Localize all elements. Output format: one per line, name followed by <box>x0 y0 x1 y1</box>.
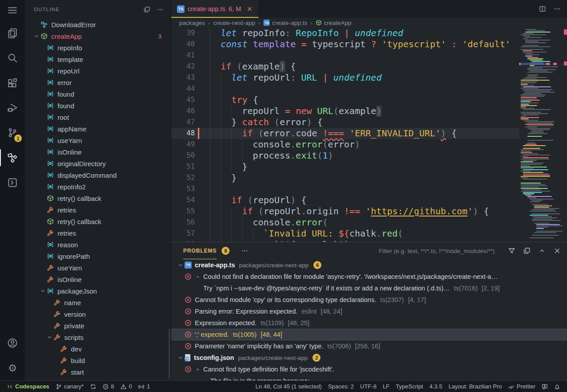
outline-item-isOnline[interactable]: isOnline <box>25 146 171 158</box>
outline-item-isOnline[interactable]: isOnline <box>25 274 171 285</box>
outline-item-ignorePath[interactable]: ignorePath <box>25 250 171 262</box>
problems-file-group-tsconfig.json[interactable]: TStsconfig.jsonpackages/create-next-app2 <box>171 352 567 363</box>
outline-item-template[interactable]: template <box>25 53 171 65</box>
status-notifications[interactable] <box>551 381 563 392</box>
code-line-43[interactable]: 43let repoUrl: URL | undefined <box>171 72 519 83</box>
code-line-50[interactable]: 50process.exit(1) <box>171 150 519 161</box>
problems-file-group-create-app.ts[interactable]: TScreate-app.tspackages/create-next-app6 <box>171 259 567 271</box>
code-line-48[interactable]: 48if (error.code !=== 'ERR_INVALID_URL')… <box>171 128 519 139</box>
outline-item-build[interactable]: build <box>25 355 171 366</box>
close-icon[interactable] <box>247 6 253 12</box>
code-line-55[interactable]: 55if (repoUrl.origin !== 'https://github… <box>171 206 519 217</box>
outline-item-createApp[interactable]: createApp3 <box>25 30 171 42</box>
code-line-41[interactable]: 41 <box>171 50 519 61</box>
status-errors[interactable]: 8 <box>99 381 117 392</box>
outline-item-scripts[interactable]: scripts <box>25 331 171 343</box>
outline-item-found[interactable]: found <box>25 100 171 111</box>
status-layout[interactable]: Layout: Brazilian Pro <box>445 381 505 392</box>
outline-item-originalDirectory[interactable]: originalDirectory <box>25 158 171 169</box>
status-prettier[interactable]: Prettier <box>505 381 538 392</box>
code-line-52[interactable]: 52} <box>171 172 519 184</box>
code-line-46[interactable]: 46repoUrl = new URL(example) <box>171 106 519 117</box>
copy-icon[interactable] <box>523 247 530 254</box>
problem-row[interactable]: Cannot find module 'cpy' or its correspo… <box>171 294 567 306</box>
status-indentation[interactable]: Spaces: 2 <box>325 381 357 392</box>
problem-row[interactable]: Cannot find type definition file for 'js… <box>171 363 567 375</box>
status-cursor-position[interactable]: Ln 48, Col 45 (1 selected) <box>252 381 325 392</box>
outline-item-private[interactable]: private <box>25 320 171 331</box>
more-actions-icon[interactable] <box>157 6 164 13</box>
code-line-57[interactable]: 57`Invalid URL: ${chalk.red( <box>171 228 519 239</box>
activity-extensions[interactable] <box>0 70 25 95</box>
problem-row[interactable]: Could not find a declaration file for mo… <box>171 271 567 282</box>
code-line-42[interactable]: 42if (example) { <box>171 61 519 72</box>
minimap[interactable] <box>519 28 564 242</box>
outline-item-repoInfo[interactable]: repoInfo <box>25 42 171 53</box>
outline-item-found[interactable]: found <box>25 88 171 100</box>
more-actions-icon[interactable] <box>241 247 248 254</box>
activity-outline-symbols[interactable] <box>0 145 25 170</box>
code-line-40[interactable]: 40const template = typescript ? 'typescr… <box>171 39 519 50</box>
tab-create-app-ts[interactable]: TS create-app.ts 6, M <box>171 0 259 18</box>
outline-item-name[interactable]: name <box>25 297 171 308</box>
code-line-39[interactable]: 39let repoInfo: RepoInfo | undefined <box>171 28 519 39</box>
outline-item-retries[interactable]: retries <box>25 204 171 216</box>
status-eol[interactable]: LF <box>380 381 393 392</box>
code-line-47[interactable]: 47} catch (error) { <box>171 117 519 128</box>
status-remote[interactable]: Codespaces <box>4 381 53 392</box>
status-sync[interactable] <box>87 381 99 392</box>
activity-settings[interactable]: ⚙ <box>0 355 25 380</box>
problem-detail-row[interactable]: The file is in the program because: <box>171 375 567 380</box>
problem-row[interactable]: ';' expected.ts(1005)[48, 44] <box>171 329 567 340</box>
activity-menu[interactable] <box>0 0 25 20</box>
code-line-56[interactable]: 56console.error( <box>171 217 519 228</box>
outline-item-retry() callback[interactable]: retry() callback <box>25 216 171 227</box>
overview-ruler[interactable] <box>564 18 567 242</box>
split-editor-icon[interactable] <box>539 5 546 12</box>
outline-item-error[interactable]: error <box>25 77 171 88</box>
outline-item-version[interactable]: version <box>25 308 171 320</box>
breadcrumb-createApp[interactable]: createApp <box>316 20 352 26</box>
outline-item-dev[interactable]: dev <box>25 343 171 355</box>
outline-item-reason[interactable]: reason <box>25 239 171 250</box>
sidebar-scrollbar[interactable] <box>168 329 170 380</box>
outline-item-root[interactable]: root <box>25 111 171 123</box>
outline-item-useYarn[interactable]: useYarn <box>25 262 171 274</box>
status-feedback[interactable] <box>538 381 551 392</box>
outline-item-useYarn[interactable]: useYarn <box>25 135 171 146</box>
code-line-51[interactable]: 51} <box>171 161 519 172</box>
outline-item-appName[interactable]: appName <box>25 123 171 135</box>
chevron-up-icon[interactable] <box>538 247 546 254</box>
status-language[interactable]: TypeScript <box>393 381 426 392</box>
outline-item-DownloadError[interactable]: DownloadError <box>25 19 171 30</box>
code-line-45[interactable]: 45try { <box>171 94 519 106</box>
status-warnings[interactable]: 0 <box>117 381 135 392</box>
problem-row[interactable]: Parameter 'name' implicitly has an 'any'… <box>171 340 567 352</box>
activity-account[interactable] <box>0 331 25 355</box>
code-line-49[interactable]: 49console.error(error) <box>171 139 519 150</box>
activity-search[interactable] <box>0 45 25 70</box>
breadcrumb-create-next-app[interactable]: create-next-app <box>213 20 255 26</box>
outline-item-retry() callback[interactable]: retry() callback <box>25 192 171 204</box>
tab-problems[interactable]: PROBLEMS <box>183 242 217 259</box>
outline-item-displayedCommand[interactable]: displayedCommand <box>25 169 171 181</box>
problem-row[interactable]: Expression expected.ts(1109)[48, 25] <box>171 317 567 329</box>
filter-icon[interactable] <box>508 247 515 254</box>
status-branch[interactable]: canary* <box>53 381 87 392</box>
activity-source-control[interactable]: 1 <box>0 120 25 145</box>
outline-item-partial[interactable] <box>25 378 171 380</box>
outline-item-packageJson[interactable]: packageJson <box>25 285 171 297</box>
status-ts-version[interactable]: 4.3.5 <box>426 381 445 392</box>
code-line-53[interactable]: 53 <box>171 184 519 195</box>
problems-filter-input[interactable] <box>356 247 496 255</box>
status-ports[interactable]: 1 <box>135 381 153 392</box>
collapse-all-icon[interactable] <box>144 6 150 13</box>
outline-item-start[interactable]: start <box>25 366 171 378</box>
activity-remote-window[interactable] <box>0 170 25 195</box>
breadcrumb-packages[interactable]: packages <box>179 20 205 26</box>
problem-row[interactable]: Parsing error: Expression expected.eslin… <box>171 306 567 317</box>
code-line-54[interactable]: 54if (repoUrl) { <box>171 195 519 206</box>
more-actions-icon[interactable] <box>554 5 561 12</box>
activity-run-debug[interactable] <box>0 95 25 120</box>
outline-item-repoInfo2[interactable]: repoInfo2 <box>25 181 171 192</box>
